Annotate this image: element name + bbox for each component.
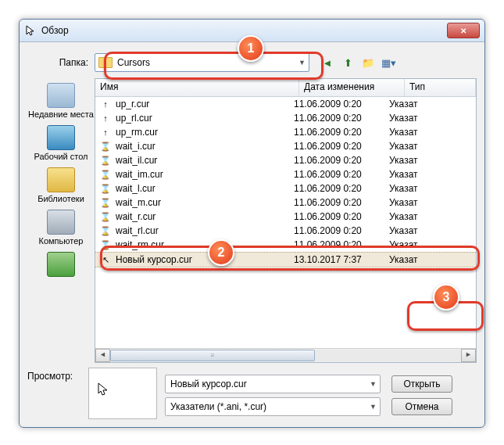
cursor-file-icon: ⌛	[100, 169, 111, 180]
scroll-left-icon[interactable]: ◄	[95, 349, 110, 362]
header-name[interactable]: Имя	[95, 79, 299, 96]
open-button[interactable]: Открыть	[391, 375, 452, 393]
file-date: 11.06.2009 0:20	[294, 239, 389, 250]
chevron-down-icon: ▼	[370, 403, 377, 411]
header-type[interactable]: Тип	[405, 79, 476, 96]
file-name: up_r.cur	[116, 99, 149, 109]
folder-row: Папка: Cursors ▼ ◄ ⬆ 📁 ▦▾	[20, 53, 477, 72]
file-name: up_rm.cur	[116, 127, 158, 138]
file-name: wait_il.cur	[116, 155, 157, 166]
chevron-down-icon: ▼	[370, 380, 377, 388]
file-type: Указат	[389, 113, 476, 124]
list-header: Имя Дата изменения Тип	[95, 79, 476, 97]
file-date: 11.06.2009 0:20	[294, 169, 389, 180]
folder-icon	[98, 57, 113, 68]
file-row[interactable]: ↖Новый курсор.cur13.10.2017 7:37Указат	[95, 252, 476, 267]
file-list[interactable]: ↑up_r.cur11.06.2009 0:20Указат↑up_rl.cur…	[95, 97, 476, 348]
filetype-combo[interactable]: Указатели (*.ani, *.cur) ▼	[165, 397, 381, 416]
place-libraries[interactable]: Библиотеки	[38, 166, 84, 205]
file-name: wait_r.cur	[116, 211, 155, 222]
window-title: Обзор	[41, 25, 447, 36]
scroll-thumb[interactable]: ≡	[110, 350, 315, 361]
cancel-button[interactable]: Отмена	[391, 398, 452, 415]
file-name: wait_l.cur	[116, 183, 155, 194]
cursor-file-icon: ↑	[100, 113, 111, 124]
file-row[interactable]: ↑up_r.cur11.06.2009 0:20Указат	[95, 97, 476, 111]
file-row[interactable]: ⌛wait_rm.cur11.06.2009 0:20Указат	[95, 238, 476, 252]
scroll-track[interactable]: ≡	[110, 350, 461, 361]
file-row[interactable]: ↑up_rm.cur11.06.2009 0:20Указат	[95, 125, 476, 139]
browse-dialog: Обзор ✕ Папка: Cursors ▼ ◄ ⬆ 📁 ▦▾ Недавн…	[19, 19, 485, 428]
scroll-right-icon[interactable]: ►	[461, 349, 476, 362]
file-name: wait_rl.cur	[116, 225, 159, 236]
file-type: Указат	[389, 155, 476, 166]
place-recent[interactable]: Недавние места	[28, 81, 94, 120]
file-date: 13.10.2017 7:37	[294, 254, 389, 265]
file-type: Указат	[389, 169, 476, 180]
file-name: Новый курсор.cur	[116, 254, 192, 265]
file-type: Указат	[389, 127, 476, 138]
cursor-file-icon: ↑	[100, 99, 111, 109]
chevron-down-icon: ▼	[298, 59, 306, 66]
folder-label: Папка:	[27, 57, 95, 68]
file-list-pane: Имя Дата изменения Тип ↑up_r.cur11.06.20…	[95, 78, 477, 363]
file-name: wait_im.cur	[116, 169, 163, 180]
file-type: Указат	[389, 141, 476, 152]
cursor-file-icon: ⌛	[100, 225, 111, 236]
file-date: 11.06.2009 0:20	[294, 211, 389, 222]
file-date: 11.06.2009 0:20	[294, 113, 389, 124]
file-row[interactable]: ⌛wait_rl.cur11.06.2009 0:20Указат	[95, 224, 476, 238]
cursor-file-icon: ↑	[100, 127, 111, 138]
preview-box	[88, 368, 157, 419]
place-network[interactable]	[47, 250, 75, 280]
file-name: wait_i.cur	[116, 141, 155, 152]
file-date: 11.06.2009 0:20	[294, 225, 389, 236]
folder-combo[interactable]: Cursors ▼	[95, 53, 309, 72]
cursor-preview-icon	[97, 382, 109, 400]
folder-value: Cursors	[117, 57, 150, 68]
titlebar[interactable]: Обзор ✕	[20, 20, 484, 42]
file-type: Указат	[389, 197, 476, 208]
file-name: wait_rm.cur	[116, 239, 164, 250]
file-type: Указат	[389, 225, 476, 236]
views-icon[interactable]: ▦▾	[381, 56, 395, 70]
cursor-icon	[24, 24, 37, 37]
file-row[interactable]: ↑up_rl.cur11.06.2009 0:20Указат	[95, 111, 476, 125]
toolbar-icons: ◄ ⬆ 📁 ▦▾	[320, 56, 395, 70]
file-name: up_rl.cur	[116, 113, 152, 124]
back-icon[interactable]: ◄	[320, 56, 334, 70]
file-date: 11.06.2009 0:20	[294, 127, 389, 138]
filename-input[interactable]: Новый курсор.cur ▼	[165, 375, 381, 393]
file-type: Указат	[389, 99, 476, 109]
file-row[interactable]: ⌛wait_r.cur11.06.2009 0:20Указат	[95, 210, 476, 224]
horizontal-scrollbar[interactable]: ◄ ≡ ►	[95, 348, 476, 362]
cursor-file-icon: ↖	[100, 254, 111, 265]
place-computer[interactable]: Компьютер	[39, 208, 84, 247]
close-button[interactable]: ✕	[447, 23, 480, 38]
preview-label: Просмотр:	[27, 368, 88, 382]
file-date: 11.06.2009 0:20	[294, 155, 389, 166]
file-row[interactable]: ⌛wait_l.cur11.06.2009 0:20Указат	[95, 181, 476, 196]
file-date: 11.06.2009 0:20	[294, 197, 389, 208]
cursor-file-icon: ⌛	[100, 155, 111, 166]
file-type: Указат	[389, 183, 476, 194]
new-folder-icon[interactable]: 📁	[361, 56, 375, 70]
file-type: Указат	[389, 254, 476, 265]
file-row[interactable]: ⌛wait_m.cur11.06.2009 0:20Указат	[95, 196, 476, 210]
file-row[interactable]: ⌛wait_il.cur11.06.2009 0:20Указат	[95, 153, 476, 167]
cursor-file-icon: ⌛	[100, 197, 111, 208]
cursor-file-icon: ⌛	[100, 183, 111, 194]
file-type: Указат	[389, 211, 476, 222]
cursor-file-icon: ⌛	[100, 141, 111, 152]
up-icon[interactable]: ⬆	[341, 56, 355, 70]
cursor-file-icon: ⌛	[100, 211, 111, 222]
preview-section: Просмотр:	[27, 368, 157, 419]
file-row[interactable]: ⌛wait_im.cur11.06.2009 0:20Указат	[95, 167, 476, 181]
file-name: wait_m.cur	[116, 197, 161, 208]
file-row[interactable]: ⌛wait_i.cur11.06.2009 0:20Указат	[95, 139, 476, 153]
header-date[interactable]: Дата изменения	[299, 79, 405, 96]
places-bar: Недавние места Рабочий стол Библиотеки К…	[27, 78, 95, 363]
place-desktop[interactable]: Рабочий стол	[34, 124, 88, 163]
file-date: 11.06.2009 0:20	[294, 141, 389, 152]
file-type: Указат	[389, 239, 476, 250]
